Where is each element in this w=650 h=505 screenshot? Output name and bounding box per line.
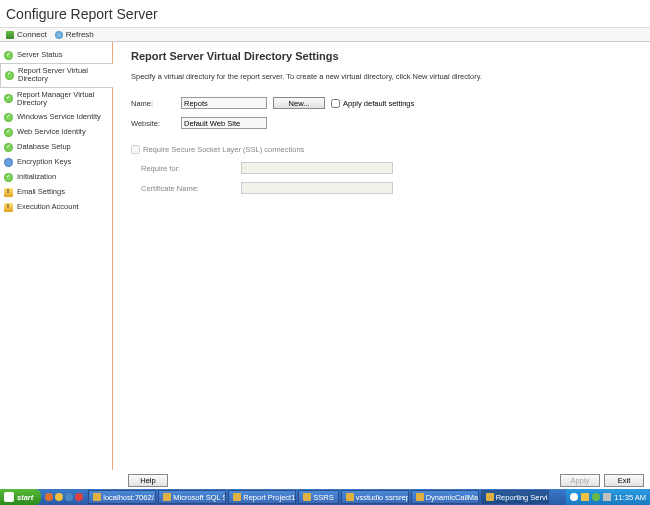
- connect-label: Connect: [17, 30, 47, 39]
- taskbar-item[interactable]: SSRS: [298, 490, 338, 504]
- ql-icon[interactable]: [65, 493, 73, 501]
- content-pane: Report Server Virtual Directory Settings…: [113, 42, 650, 470]
- taskbar: start localhost:7062/...Microsoft SQL S.…: [0, 489, 650, 505]
- status-blue-icon: [4, 158, 13, 167]
- ql-icon[interactable]: [45, 493, 53, 501]
- window-header: Configure Report Server: [0, 0, 650, 28]
- app-icon: [93, 493, 101, 501]
- exit-button[interactable]: Exit: [604, 474, 644, 487]
- taskbar-item-label: Reporting Servic...: [496, 493, 549, 502]
- quick-launch: [41, 493, 87, 501]
- app-icon: [416, 493, 424, 501]
- require-for-select: [241, 162, 393, 174]
- taskbar-item[interactable]: Microsoft SQL S...: [158, 490, 226, 504]
- taskbar-item-label: Microsoft SQL S...: [173, 493, 226, 502]
- taskbar-item[interactable]: vsstudio ssrsrep...: [341, 490, 409, 504]
- apply-button: Apply: [560, 474, 600, 487]
- toolbar: Connect Refresh: [0, 28, 650, 42]
- sidebar-item-label: Web Service Identity: [17, 128, 86, 136]
- apply-defaults-label: Apply default settings: [343, 99, 414, 108]
- tray-icon[interactable]: [570, 493, 578, 501]
- refresh-button[interactable]: Refresh: [55, 30, 94, 39]
- connect-button[interactable]: Connect: [6, 30, 47, 39]
- app-icon: [163, 493, 171, 501]
- name-row: Name: New... Apply default settings: [131, 97, 638, 109]
- tray-icon[interactable]: [603, 493, 611, 501]
- ssl-label: Require Secure Socket Layer (SSL) connec…: [143, 145, 304, 154]
- name-input[interactable]: [181, 97, 267, 109]
- sidebar-item-2[interactable]: Report Manager Virtual Directory: [0, 88, 112, 111]
- status-yellow-icon: [4, 203, 13, 212]
- status-yellow-icon: [4, 188, 13, 197]
- status-green-icon: [4, 143, 13, 152]
- sidebar: Server StatusReport Server Virtual Direc…: [0, 42, 113, 470]
- ql-icon[interactable]: [75, 493, 83, 501]
- page-heading: Report Server Virtual Directory Settings: [131, 50, 638, 62]
- tray-icon[interactable]: [592, 493, 600, 501]
- status-green-icon: [4, 173, 13, 182]
- sidebar-item-4[interactable]: Web Service Identity: [0, 125, 112, 140]
- cert-name-label: Certificate Name:: [141, 184, 241, 193]
- taskbar-item[interactable]: localhost:7062/...: [88, 490, 156, 504]
- system-tray: 11:35 AM: [566, 489, 650, 505]
- sidebar-item-3[interactable]: Windows Service Identity: [0, 110, 112, 125]
- sidebar-item-label: Database Setup: [17, 143, 71, 151]
- help-button[interactable]: Help: [128, 474, 168, 487]
- clock: 11:35 AM: [614, 493, 646, 502]
- apply-defaults-checkbox[interactable]: [331, 99, 340, 108]
- refresh-icon: [55, 31, 63, 39]
- ql-icon[interactable]: [55, 493, 63, 501]
- sidebar-item-label: Execution Account: [17, 203, 79, 211]
- status-green-icon: [4, 113, 13, 122]
- sidebar-item-label: Report Manager Virtual Directory: [17, 91, 108, 108]
- sidebar-item-5[interactable]: Database Setup: [0, 140, 112, 155]
- require-for-label: Require for:: [141, 164, 241, 173]
- website-label: Website:: [131, 119, 181, 128]
- sidebar-item-label: Email Settings: [17, 188, 65, 196]
- refresh-label: Refresh: [66, 30, 94, 39]
- start-button[interactable]: start: [0, 489, 41, 505]
- sidebar-item-label: Report Server Virtual Directory: [18, 67, 109, 84]
- sidebar-item-8[interactable]: Email Settings: [0, 185, 112, 200]
- website-input[interactable]: [181, 117, 267, 129]
- ssl-checkbox: [131, 145, 140, 154]
- ssl-section: Require Secure Socket Layer (SSL) connec…: [131, 145, 638, 194]
- app-icon: [346, 493, 354, 501]
- taskbar-item-label: Report Project1...: [243, 493, 296, 502]
- sidebar-item-0[interactable]: Server Status: [0, 48, 112, 63]
- tray-icon[interactable]: [581, 493, 589, 501]
- sidebar-item-9[interactable]: Execution Account: [0, 200, 112, 215]
- status-green-icon: [4, 51, 13, 60]
- app-icon: [303, 493, 311, 501]
- sidebar-item-7[interactable]: Initialization: [0, 170, 112, 185]
- sidebar-item-6[interactable]: Encryption Keys: [0, 155, 112, 170]
- app-icon: [486, 493, 494, 501]
- status-green-icon: [4, 128, 13, 137]
- connect-icon: [6, 31, 14, 39]
- sidebar-item-label: Initialization: [17, 173, 56, 181]
- taskbar-item[interactable]: DynamicCallMas...: [411, 490, 479, 504]
- website-row: Website:: [131, 117, 638, 129]
- taskbar-item-label: DynamicCallMas...: [426, 493, 479, 502]
- sidebar-item-label: Encryption Keys: [17, 158, 71, 166]
- status-green-icon: [5, 71, 14, 80]
- status-green-icon: [4, 94, 13, 103]
- footer-buttons: Help Apply Exit: [0, 474, 650, 487]
- taskbar-item-label: SSRS: [313, 493, 333, 502]
- start-label: start: [17, 493, 33, 502]
- windows-flag-icon: [4, 492, 14, 502]
- header-title: Configure Report Server: [6, 6, 158, 22]
- main-area: Server StatusReport Server Virtual Direc…: [0, 42, 650, 470]
- sidebar-item-label: Windows Service Identity: [17, 113, 101, 121]
- cert-name-input: [241, 182, 393, 194]
- page-description: Specify a virtual directory for the repo…: [131, 72, 638, 81]
- sidebar-item-1[interactable]: Report Server Virtual Directory: [0, 63, 113, 88]
- taskbar-item[interactable]: Report Project1...: [228, 490, 296, 504]
- new-button[interactable]: New...: [273, 97, 325, 109]
- taskbar-item-label: vsstudio ssrsrep...: [356, 493, 409, 502]
- name-label: Name:: [131, 99, 181, 108]
- taskbar-item[interactable]: Reporting Servic...: [481, 490, 549, 504]
- sidebar-item-label: Server Status: [17, 51, 62, 59]
- app-icon: [233, 493, 241, 501]
- taskbar-item-label: localhost:7062/...: [103, 493, 156, 502]
